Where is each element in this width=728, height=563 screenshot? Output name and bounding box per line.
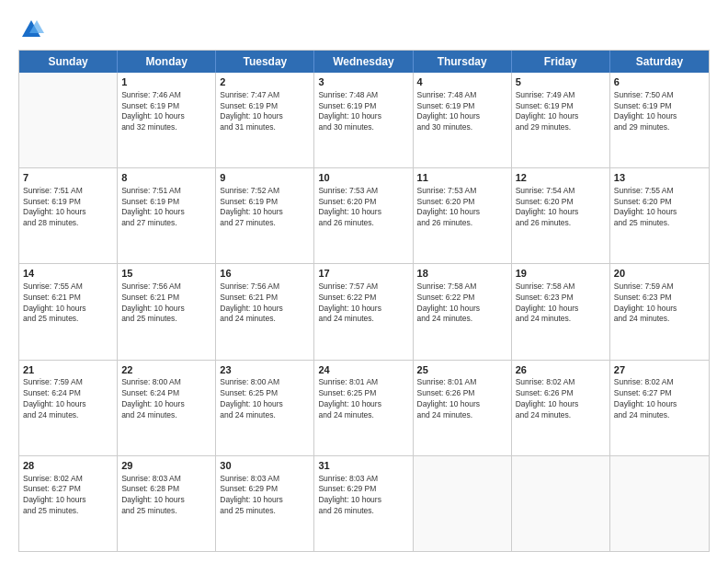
cell-info: Sunrise: 7:55 AM Sunset: 6:21 PM Dayligh… — [23, 282, 113, 325]
cell-info: Sunrise: 7:54 AM Sunset: 6:20 PM Dayligh… — [516, 186, 606, 229]
day-number: 13 — [614, 171, 705, 185]
day-number: 3 — [318, 75, 408, 89]
cal-cell: 13Sunrise: 7:55 AM Sunset: 6:20 PM Dayli… — [610, 168, 709, 263]
weekday-header-friday: Friday — [512, 51, 610, 73]
cell-info: Sunrise: 7:59 AM Sunset: 6:23 PM Dayligh… — [614, 282, 705, 325]
cal-cell: 4Sunrise: 7:48 AM Sunset: 6:19 PM Daylig… — [414, 73, 512, 167]
day-number: 29 — [121, 459, 211, 473]
cell-info: Sunrise: 7:51 AM Sunset: 6:19 PM Dayligh… — [121, 186, 211, 229]
cal-cell: 25Sunrise: 8:01 AM Sunset: 6:26 PM Dayli… — [414, 361, 512, 455]
cell-info: Sunrise: 7:58 AM Sunset: 6:23 PM Dayligh… — [516, 282, 606, 325]
cell-info: Sunrise: 7:57 AM Sunset: 6:22 PM Dayligh… — [318, 282, 408, 325]
cal-cell: 9Sunrise: 7:52 AM Sunset: 6:19 PM Daylig… — [216, 168, 314, 263]
day-number: 24 — [318, 363, 408, 377]
cell-info: Sunrise: 8:02 AM Sunset: 6:27 PM Dayligh… — [614, 377, 705, 420]
day-number: 16 — [220, 267, 310, 281]
cell-info: Sunrise: 8:02 AM Sunset: 6:26 PM Dayligh… — [516, 377, 606, 420]
cal-cell — [610, 456, 709, 551]
weekday-header-monday: Monday — [118, 51, 216, 73]
cell-info: Sunrise: 7:50 AM Sunset: 6:19 PM Dayligh… — [614, 90, 705, 133]
cal-cell: 11Sunrise: 7:53 AM Sunset: 6:20 PM Dayli… — [414, 168, 512, 263]
cell-info: Sunrise: 7:48 AM Sunset: 6:19 PM Dayligh… — [417, 90, 507, 133]
cal-cell: 14Sunrise: 7:55 AM Sunset: 6:21 PM Dayli… — [19, 264, 118, 359]
day-number: 20 — [614, 267, 705, 281]
day-number: 18 — [417, 267, 507, 281]
cal-cell: 5Sunrise: 7:49 AM Sunset: 6:19 PM Daylig… — [512, 73, 610, 167]
cal-cell: 10Sunrise: 7:53 AM Sunset: 6:20 PM Dayli… — [314, 168, 413, 263]
day-number: 4 — [417, 75, 507, 89]
cell-info: Sunrise: 8:03 AM Sunset: 6:29 PM Dayligh… — [220, 474, 310, 517]
day-number: 21 — [23, 363, 113, 377]
cal-cell: 17Sunrise: 7:57 AM Sunset: 6:22 PM Dayli… — [314, 264, 413, 359]
day-number: 2 — [220, 75, 310, 89]
cal-cell: 8Sunrise: 7:51 AM Sunset: 6:19 PM Daylig… — [118, 168, 216, 263]
day-number: 14 — [23, 267, 113, 281]
cal-cell: 23Sunrise: 8:00 AM Sunset: 6:25 PM Dayli… — [216, 361, 314, 455]
cal-cell: 16Sunrise: 7:56 AM Sunset: 6:21 PM Dayli… — [216, 264, 314, 359]
cell-info: Sunrise: 7:53 AM Sunset: 6:20 PM Dayligh… — [318, 186, 408, 229]
cell-info: Sunrise: 7:48 AM Sunset: 6:19 PM Dayligh… — [318, 90, 408, 133]
day-number: 30 — [220, 459, 310, 473]
weekday-header-wednesday: Wednesday — [314, 51, 413, 73]
cell-info: Sunrise: 7:55 AM Sunset: 6:20 PM Dayligh… — [614, 186, 705, 229]
cal-cell: 26Sunrise: 8:02 AM Sunset: 6:26 PM Dayli… — [512, 361, 610, 455]
cell-info: Sunrise: 8:03 AM Sunset: 6:28 PM Dayligh… — [121, 474, 211, 517]
logo — [18, 17, 49, 42]
cal-row-4: 28Sunrise: 8:02 AM Sunset: 6:27 PM Dayli… — [19, 455, 709, 551]
cal-cell: 28Sunrise: 8:02 AM Sunset: 6:27 PM Dayli… — [19, 456, 118, 551]
cell-info: Sunrise: 7:53 AM Sunset: 6:20 PM Dayligh… — [417, 186, 507, 229]
cal-cell: 29Sunrise: 8:03 AM Sunset: 6:28 PM Dayli… — [118, 456, 216, 551]
day-number: 10 — [318, 171, 408, 185]
cal-row-2: 14Sunrise: 7:55 AM Sunset: 6:21 PM Dayli… — [19, 263, 709, 359]
cell-info: Sunrise: 7:47 AM Sunset: 6:19 PM Dayligh… — [220, 90, 310, 133]
day-number: 8 — [121, 171, 211, 185]
cal-cell: 20Sunrise: 7:59 AM Sunset: 6:23 PM Dayli… — [610, 264, 709, 359]
cal-row-0: 1Sunrise: 7:46 AM Sunset: 6:19 PM Daylig… — [19, 73, 709, 167]
cal-cell: 1Sunrise: 7:46 AM Sunset: 6:19 PM Daylig… — [118, 73, 216, 167]
cal-cell: 19Sunrise: 7:58 AM Sunset: 6:23 PM Dayli… — [512, 264, 610, 359]
day-number: 28 — [23, 459, 113, 473]
cell-info: Sunrise: 7:56 AM Sunset: 6:21 PM Dayligh… — [121, 282, 211, 325]
day-number: 17 — [318, 267, 408, 281]
cell-info: Sunrise: 8:00 AM Sunset: 6:24 PM Dayligh… — [121, 377, 211, 420]
cal-row-1: 7Sunrise: 7:51 AM Sunset: 6:19 PM Daylig… — [19, 167, 709, 263]
weekday-header-saturday: Saturday — [610, 51, 709, 73]
cal-cell: 12Sunrise: 7:54 AM Sunset: 6:20 PM Dayli… — [512, 168, 610, 263]
day-number: 1 — [121, 75, 211, 89]
day-number: 25 — [417, 363, 507, 377]
cal-cell: 7Sunrise: 7:51 AM Sunset: 6:19 PM Daylig… — [19, 168, 118, 263]
day-number: 26 — [516, 363, 606, 377]
day-number: 15 — [121, 267, 211, 281]
cell-info: Sunrise: 7:46 AM Sunset: 6:19 PM Dayligh… — [121, 90, 211, 133]
weekday-header-tuesday: Tuesday — [216, 51, 314, 73]
cal-cell: 31Sunrise: 8:03 AM Sunset: 6:29 PM Dayli… — [314, 456, 413, 551]
cal-cell — [414, 456, 512, 551]
cell-info: Sunrise: 8:01 AM Sunset: 6:25 PM Dayligh… — [318, 377, 408, 420]
day-number: 11 — [417, 171, 507, 185]
day-number: 23 — [220, 363, 310, 377]
cell-info: Sunrise: 7:49 AM Sunset: 6:19 PM Dayligh… — [516, 90, 606, 133]
cell-info: Sunrise: 7:58 AM Sunset: 6:22 PM Dayligh… — [417, 282, 507, 325]
cell-info: Sunrise: 8:02 AM Sunset: 6:27 PM Dayligh… — [23, 474, 113, 517]
cal-cell: 24Sunrise: 8:01 AM Sunset: 6:25 PM Dayli… — [314, 361, 413, 455]
cal-cell: 18Sunrise: 7:58 AM Sunset: 6:22 PM Dayli… — [414, 264, 512, 359]
cal-cell: 2Sunrise: 7:47 AM Sunset: 6:19 PM Daylig… — [216, 73, 314, 167]
page: SundayMondayTuesdayWednesdayThursdayFrid… — [0, 0, 728, 563]
cal-cell: 3Sunrise: 7:48 AM Sunset: 6:19 PM Daylig… — [314, 73, 413, 167]
cal-cell: 21Sunrise: 7:59 AM Sunset: 6:24 PM Dayli… — [19, 361, 118, 455]
day-number: 19 — [516, 267, 606, 281]
header — [18, 17, 710, 42]
weekday-header-thursday: Thursday — [414, 51, 512, 73]
cell-info: Sunrise: 7:59 AM Sunset: 6:24 PM Dayligh… — [23, 377, 113, 420]
cal-cell — [512, 456, 610, 551]
cell-info: Sunrise: 7:56 AM Sunset: 6:21 PM Dayligh… — [220, 282, 310, 325]
cal-cell: 6Sunrise: 7:50 AM Sunset: 6:19 PM Daylig… — [610, 73, 709, 167]
calendar-header: SundayMondayTuesdayWednesdayThursdayFrid… — [19, 51, 709, 73]
cell-info: Sunrise: 8:03 AM Sunset: 6:29 PM Dayligh… — [318, 474, 408, 517]
day-number: 6 — [614, 75, 705, 89]
cal-cell: 30Sunrise: 8:03 AM Sunset: 6:29 PM Dayli… — [216, 456, 314, 551]
cell-info: Sunrise: 8:00 AM Sunset: 6:25 PM Dayligh… — [220, 377, 310, 420]
calendar-body: 1Sunrise: 7:46 AM Sunset: 6:19 PM Daylig… — [19, 73, 709, 551]
day-number: 9 — [220, 171, 310, 185]
cal-cell: 27Sunrise: 8:02 AM Sunset: 6:27 PM Dayli… — [610, 361, 709, 455]
